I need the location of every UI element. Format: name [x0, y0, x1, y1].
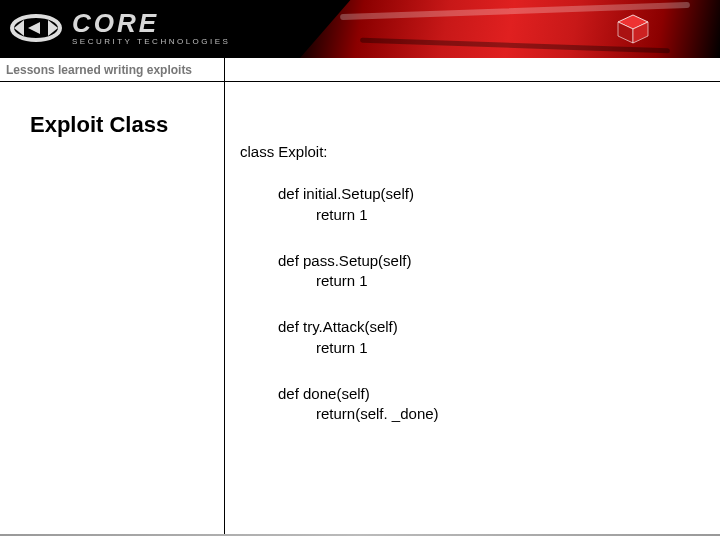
brand-mark-icon	[10, 8, 62, 48]
vertical-divider	[224, 58, 225, 534]
slide-content: Exploit Class class Exploit: def initial…	[0, 82, 720, 540]
breadcrumb: Lessons learned writing exploits	[6, 63, 192, 77]
svg-marker-6	[28, 22, 40, 34]
code-def-ret: return 1	[316, 205, 439, 225]
brand-logo: CORE SECURITY TECHNOLOGIES	[10, 8, 230, 48]
header-swoosh-graphic	[300, 0, 720, 58]
code-def-ret: return 1	[316, 271, 439, 291]
code-def-sig: def initial.Setup(self)	[278, 184, 439, 204]
code-def: def pass.Setup(self) return 1	[278, 251, 439, 292]
cube-icon	[616, 14, 650, 48]
footer-divider	[0, 534, 720, 536]
code-block: class Exploit: def initial.Setup(self) r…	[240, 142, 439, 450]
code-class-decl: class Exploit:	[240, 142, 439, 162]
code-def-sig: def pass.Setup(self)	[278, 251, 439, 271]
code-def: def try.Attack(self) return 1	[278, 317, 439, 358]
code-def-sig: def done(self)	[278, 384, 439, 404]
brand-subtitle: SECURITY TECHNOLOGIES	[72, 38, 230, 46]
slide-header: CORE SECURITY TECHNOLOGIES	[0, 0, 720, 58]
code-def-ret: return 1	[316, 338, 439, 358]
code-def-sig: def try.Attack(self)	[278, 317, 439, 337]
code-def: def done(self) return(self. _done)	[278, 384, 439, 425]
breadcrumb-bar: Lessons learned writing exploits	[0, 58, 720, 82]
code-def-ret: return(self. _done)	[316, 404, 439, 424]
code-def: def initial.Setup(self) return 1	[278, 184, 439, 225]
brand-name: CORE	[72, 10, 230, 36]
slide-title: Exploit Class	[30, 112, 168, 138]
